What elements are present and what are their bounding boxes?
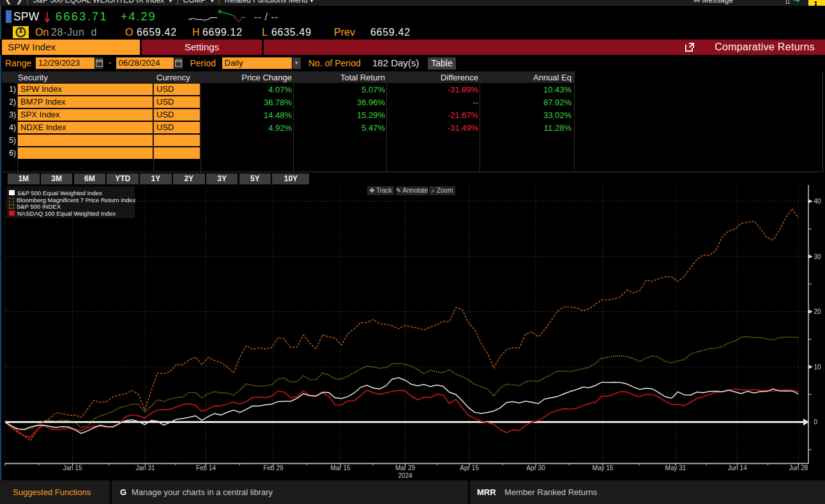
svg-text:40: 40 xyxy=(814,198,822,205)
svg-text:May 15: May 15 xyxy=(593,464,614,471)
svg-text:May 31: May 31 xyxy=(665,464,686,471)
svg-text:Jun 28: Jun 28 xyxy=(789,464,808,471)
svg-text:Jan 31: Jan 31 xyxy=(135,464,155,471)
svg-text:30: 30 xyxy=(814,253,822,260)
svg-text:2024: 2024 xyxy=(398,472,413,479)
svg-text:Mar 29: Mar 29 xyxy=(395,464,416,471)
svg-text:Jun 14: Jun 14 xyxy=(728,464,747,471)
svg-text:10: 10 xyxy=(814,364,822,371)
svg-text:20: 20 xyxy=(814,308,822,315)
svg-text:Jan 15: Jan 15 xyxy=(63,464,82,471)
svg-text:Apr 15: Apr 15 xyxy=(460,464,479,471)
svg-text:0: 0 xyxy=(814,419,818,426)
svg-text:Mar 15: Mar 15 xyxy=(330,464,351,471)
svg-text:Feb 29: Feb 29 xyxy=(263,464,284,471)
svg-text:Feb 14: Feb 14 xyxy=(196,464,216,471)
svg-text:Apr 30: Apr 30 xyxy=(526,464,545,471)
